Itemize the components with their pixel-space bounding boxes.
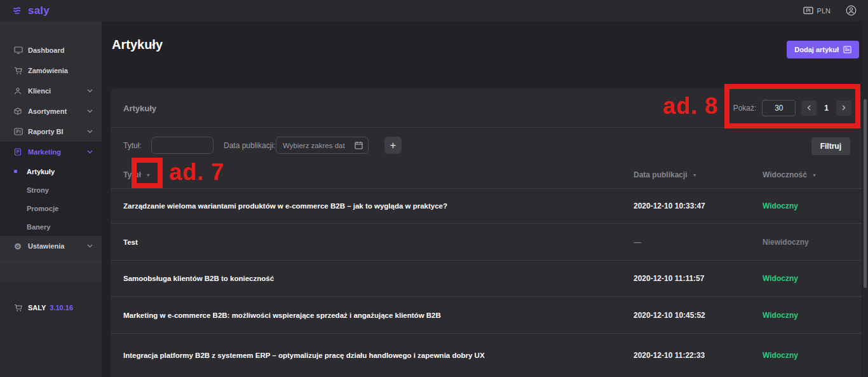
user-avatar-icon[interactable] xyxy=(846,5,857,16)
page-title: Artykuły xyxy=(112,38,163,52)
sidebar-item-marketing[interactable]: Marketing xyxy=(0,142,102,162)
sidebar-item-asortyment[interactable]: Asortyment xyxy=(0,101,102,121)
filter-apply-button[interactable]: Filtruj xyxy=(811,137,850,155)
article-title: Marketing w e-commerce B2B: możliwości w… xyxy=(123,312,606,319)
article-title: Samoobsługa klientów B2B to konieczność xyxy=(123,275,606,282)
pagination: Pokaż: 1 xyxy=(733,99,851,116)
calendar-icon[interactable] xyxy=(355,141,363,149)
visibility-status: Widoczny xyxy=(763,311,798,320)
panel-header: Artykuły Pokaż: 1 xyxy=(111,88,862,127)
cart-icon xyxy=(14,304,27,312)
chevron-down-icon xyxy=(87,89,93,93)
column-header-date[interactable]: Data publikacji ▼ xyxy=(634,170,697,179)
sort-icon: ▼ xyxy=(693,173,697,177)
filter-bar: Tytuł: Data publikacji: + Filtruj xyxy=(111,127,862,162)
currency-icon xyxy=(803,6,813,15)
article-title: Integracja platformy B2B z systemem ERP … xyxy=(123,352,606,359)
sidebar-subitem-strony[interactable]: Strony xyxy=(0,181,102,199)
add-article-button[interactable]: Dodaj artykuł xyxy=(787,41,859,58)
sidebar-item-raporty-bi[interactable]: Raporty BI xyxy=(0,121,102,142)
sidebar-item-klienci[interactable]: Klienci xyxy=(0,81,102,101)
sort-icon: ▼ xyxy=(146,173,151,177)
panel-title: Artykuły xyxy=(123,104,156,113)
logo[interactable]: saly xyxy=(13,4,50,17)
publish-date: 2020-12-10 10:33:47 xyxy=(634,202,705,210)
app-root: saly PLN xyxy=(0,0,868,377)
app-version: 3.10.16 xyxy=(50,304,73,312)
visibility-status: Widoczny xyxy=(763,202,798,210)
person-icon xyxy=(14,87,27,95)
marketing-doc-icon xyxy=(14,148,27,156)
sort-icon: ▼ xyxy=(812,173,817,177)
sidebar-item-zamowienia[interactable]: Zamówienia xyxy=(0,60,102,81)
topbar: saly PLN xyxy=(0,0,868,21)
visibility-status: Widoczny xyxy=(763,274,798,283)
next-page-button[interactable] xyxy=(836,100,851,116)
sidebar-subitem-label: Promocje xyxy=(27,205,58,212)
article-title: Test xyxy=(123,238,606,246)
scrollbar-thumb[interactable] xyxy=(864,99,867,288)
date-range-input[interactable] xyxy=(283,142,355,149)
visibility-status: Widoczny xyxy=(763,351,798,360)
add-filter-button[interactable]: + xyxy=(384,137,402,154)
sidebar-item-label: Raporty BI xyxy=(27,128,87,135)
main-content: Artykuły Dodaj artykuł Artykuły Pokaż: 1 xyxy=(102,21,868,377)
title-filter-label: Tytuł: xyxy=(123,141,142,150)
column-header-title[interactable]: Tytuł ▼ xyxy=(123,170,151,179)
sidebar-divider xyxy=(0,261,102,262)
table-row[interactable]: Integracja platformy B2B z systemem ERP … xyxy=(111,333,862,377)
active-bullet-icon xyxy=(14,170,17,173)
articles-panel: Artykuły Pokaż: 1 Tytuł: Data publikacji… xyxy=(111,88,862,377)
title-filter-input[interactable] xyxy=(151,137,214,154)
publish-date: 2020-12-10 11:22:33 xyxy=(634,351,705,360)
sidebar-subitem-label: Strony xyxy=(27,186,49,194)
chevron-down-icon xyxy=(87,150,93,154)
sidebar-item-label: Klienci xyxy=(27,87,87,95)
app-name: SALY xyxy=(28,304,46,312)
sidebar-item-label: Zamówienia xyxy=(27,67,93,74)
chevron-down-icon xyxy=(87,244,93,248)
sidebar-subitem-banery[interactable]: Banery xyxy=(0,217,102,236)
column-header-visibility[interactable]: Widoczność ▼ xyxy=(763,170,817,179)
current-page-number: 1 xyxy=(822,104,831,113)
publish-date: 2020-12-10 11:11:57 xyxy=(634,274,704,283)
publish-date: — xyxy=(634,238,641,247)
cart-icon xyxy=(14,67,27,75)
prev-page-button[interactable] xyxy=(801,100,817,116)
page-size-input[interactable] xyxy=(762,100,796,116)
sidebar-subitem-artykuly[interactable]: Artykuły xyxy=(0,162,102,181)
table-row[interactable]: Marketing w e-commerce B2B: możliwości w… xyxy=(111,296,862,333)
sidebar-item-label: Marketing xyxy=(27,148,87,156)
date-range-input-wrap[interactable] xyxy=(276,137,369,154)
sidebar-item-label: Asortyment xyxy=(27,107,87,115)
sidebar-subitem-promocje[interactable]: Promocje xyxy=(0,199,102,217)
bi-report-icon xyxy=(14,128,27,135)
table-header: Tytuł ▼ Data publikacji ▼ Widoczność ▼ xyxy=(111,162,862,188)
logo-cart-icon xyxy=(13,6,25,16)
chevron-down-icon xyxy=(87,109,93,113)
article-title: Zarządzanie wieloma wariantami produktów… xyxy=(123,202,606,210)
date-filter-label: Data publikacji: xyxy=(224,141,275,150)
chevron-down-icon xyxy=(87,130,93,134)
show-label: Pokaż: xyxy=(733,104,757,113)
monitor-icon xyxy=(14,46,27,54)
logo-text: saly xyxy=(28,4,50,17)
column-label: Data publikacji xyxy=(634,170,688,179)
currency-label: PLN xyxy=(817,7,831,15)
article-doc-icon xyxy=(843,46,851,53)
sidebar-item-dashboard[interactable]: Dashboard xyxy=(0,40,102,60)
table-row[interactable]: Samoobsługa klientów B2B to konieczność … xyxy=(111,260,862,296)
sidebar: Dashboard Zamówienia Klienci xyxy=(0,21,102,377)
table-row[interactable]: Test — Niewidoczny xyxy=(111,223,862,260)
sidebar-item-label: Dashboard xyxy=(27,46,93,54)
visibility-status: Niewidoczny xyxy=(763,238,809,247)
currency-selector[interactable]: PLN xyxy=(803,6,831,15)
column-label: Tytuł xyxy=(123,170,141,179)
sidebar-subitem-label: Artykuły xyxy=(27,168,55,175)
package-icon xyxy=(14,107,27,115)
sidebar-subitem-label: Banery xyxy=(27,223,50,231)
column-label: Widoczność xyxy=(763,170,807,179)
table-row[interactable]: Zarządzanie wieloma wariantami produktów… xyxy=(111,188,862,223)
scrollbar-track xyxy=(862,21,868,377)
sidebar-item-ustawienia[interactable]: ⚙ Ustawienia xyxy=(0,236,102,256)
